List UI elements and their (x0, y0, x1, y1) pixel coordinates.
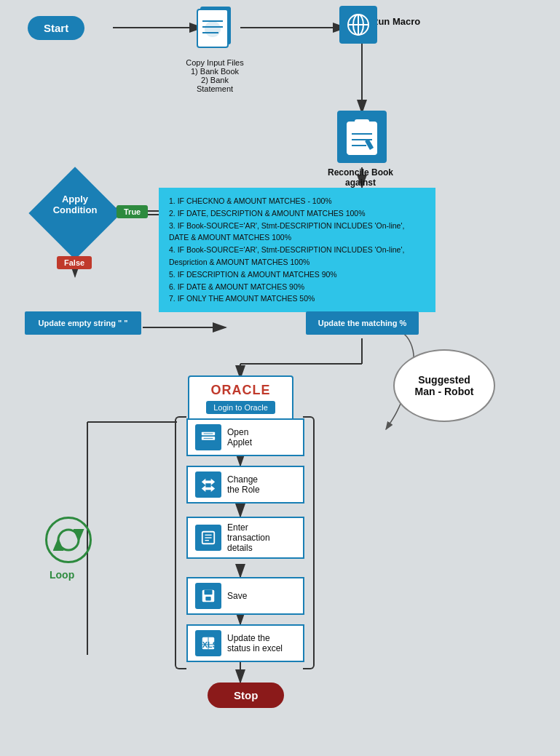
true-badge: True (117, 205, 148, 218)
condition-2: 2. IF DATE, DESCRIPTION & AMOUNT MATCHES… (169, 207, 425, 220)
svg-rect-35 (355, 119, 369, 127)
save-icon (195, 583, 221, 609)
condition-7: 7. IF ONLY THE AMOUNT MATCHES 50% (169, 293, 425, 305)
suggested-callout: SuggestedMan - Robot (393, 349, 495, 422)
update-status-row: XLS Update thestatus in excel (186, 624, 304, 662)
open-applet-icon (195, 424, 221, 450)
arrows-icon-svg (200, 477, 216, 493)
open-applet-label: OpenApplet (227, 427, 252, 447)
suggested-label: SuggestedMan - Robot (409, 368, 480, 403)
condition-5: 5. IF DESCRIPTION & AMOUNT MATCHES 90% (169, 268, 425, 281)
open-applet-row: OpenApplet (186, 418, 304, 456)
diagram: Start Copy Input Files1) Bank Book2) Ban… (0, 0, 560, 756)
update-status-icon: XLS (195, 630, 221, 656)
floppy-icon-svg (200, 588, 216, 604)
svg-rect-50 (205, 597, 210, 601)
copy-input-label: Copy Input Files1) Bank Book2) Bank Stat… (186, 58, 244, 93)
conditions-list: 1. IF CHECKNO & AMOUNT MATCHES - 100% 2.… (169, 195, 425, 305)
loop-label: Loop (50, 569, 74, 581)
update-status-label: Update thestatus in excel (227, 633, 283, 653)
save-label: Save (227, 591, 247, 601)
oracle-box: ORACLE Login to Oracle (188, 375, 293, 421)
db-icon-svg (200, 429, 216, 445)
copy-input-icon-area: Copy Input Files1) Bank Book2) Bank Stat… (186, 3, 244, 93)
enter-transaction-label: Entertransactiondetails (227, 522, 270, 553)
form-icon-svg (200, 530, 216, 546)
oracle-text: ORACLE (200, 383, 282, 398)
update-empty-box: Update empty string " " (25, 311, 141, 335)
run-macro-icon (339, 6, 377, 44)
condition-box: 1. IF CHECKNO & AMOUNT MATCHES - 100% 2.… (159, 188, 435, 312)
globe-svg (345, 12, 371, 38)
loop-circle (45, 517, 92, 563)
change-role-row: Changethe Role (186, 466, 304, 504)
condition-3: 3. IF Book-SOURCE='AR', Stmt-DESCRIPTION… (169, 220, 425, 244)
group-bracket-right (303, 416, 315, 669)
save-row: Save (186, 577, 304, 615)
condition-4: 4. IF Book-SOURCE='AR', Stmt-DESCRIPTION… (169, 244, 425, 268)
apply-condition-diamond (28, 167, 121, 259)
excel-icon-svg: XLS (200, 635, 216, 651)
enter-transaction-row: Entertransactiondetails (186, 517, 304, 559)
group-bracket-left (175, 416, 186, 669)
change-role-icon (195, 471, 221, 498)
clipboard-svg (344, 118, 379, 156)
start-node: Start (28, 16, 84, 40)
svg-rect-49 (205, 590, 213, 594)
update-matching-box: Update the matching % (306, 311, 419, 335)
condition-6: 6. IF DATE & AMOUNT MATCHES 90% (169, 281, 425, 293)
reconcile-icon (337, 111, 387, 163)
enter-transaction-icon (195, 525, 221, 551)
stop-node: Stop (208, 683, 284, 708)
document-icon (193, 3, 237, 54)
condition-1: 1. IF CHECKNO & AMOUNT MATCHES - 100% (169, 195, 425, 207)
oracle-login-label: Login to Oracle (206, 401, 275, 414)
change-role-label: Changethe Role (227, 474, 260, 495)
svg-rect-33 (347, 122, 376, 154)
svg-point-28 (205, 21, 221, 37)
loop-icon-svg (52, 524, 84, 556)
apply-condition-diamond-wrapper: ApplyCondition (42, 180, 108, 246)
run-macro-label: Run Macro (371, 16, 420, 27)
false-badge: False (57, 256, 92, 269)
